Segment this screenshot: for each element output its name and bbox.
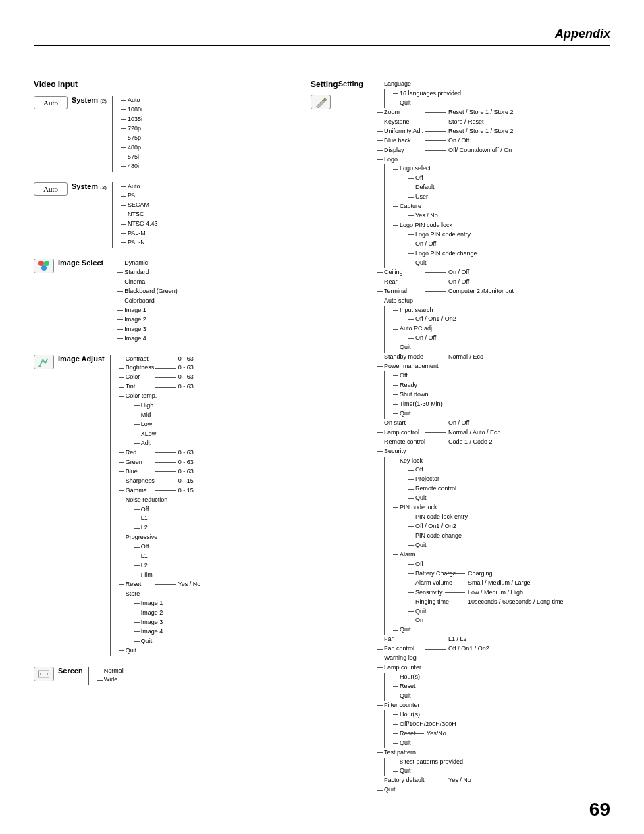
- tree-item: Input search Off / On1 / On2: [393, 306, 564, 325]
- tree-item: L2: [134, 523, 201, 533]
- tree-item: On / Off: [408, 334, 564, 343]
- tree-item: Image 2: [134, 608, 201, 618]
- system3-label: System (3): [72, 182, 107, 190]
- screen-tree: Normal Wide: [88, 667, 124, 685]
- tree-item: Logo PIN code lock Logo PIN code entry O…: [393, 221, 564, 268]
- tree-item: Logo select Off Default User: [393, 164, 564, 202]
- tree-item: Quit: [393, 692, 564, 701]
- tree-item: ResetYes/No: [393, 729, 564, 739]
- tree-item: Sharpness0 - 15: [119, 477, 201, 486]
- tree-item: Shut down: [393, 390, 564, 400]
- tree-item: Off: [408, 174, 564, 183]
- image-select-label: Image Select: [58, 259, 103, 267]
- tree-item: L1: [134, 514, 201, 523]
- tree-item: Uniformity Adj.Reset / Store 1 / Store 2: [377, 127, 564, 136]
- video-input-title: Video Input: [34, 80, 297, 89]
- tree-item: Quit: [377, 785, 564, 795]
- tree-item: Gamma0 - 15: [119, 486, 201, 496]
- tree-item: Quit: [393, 766, 564, 776]
- tree-item: RearOn / Off: [377, 278, 564, 287]
- auto-icon: Auto: [34, 96, 68, 109]
- tree-item: Image 1: [117, 306, 178, 315]
- tree-item: Security Key lock Off Projector Remote c…: [377, 447, 564, 635]
- tree-item: Factory defaultYes / No: [377, 776, 564, 785]
- tree-item: 575p: [121, 134, 142, 143]
- tree-item: 8 test patterns provided: [393, 758, 564, 767]
- tree-item: Quit: [408, 494, 564, 503]
- tree-item: On startOn / Off: [377, 419, 564, 428]
- tree-item: Color temp. High Mid Low XLow Adj.: [119, 392, 201, 448]
- tree-item: Ringing time10seconds / 60seconds / Long…: [408, 598, 564, 607]
- tree-item: Battery ChargeCharging: [408, 569, 564, 579]
- tree-item: Auto: [121, 96, 142, 105]
- header-title: Appendix: [34, 27, 610, 46]
- image-select-tree: Dynamic Standard Cinema Blackboard (Gree…: [109, 259, 178, 343]
- tree-item: Power management Off Ready Shut down Tim…: [377, 362, 564, 419]
- system2-label: System (2): [72, 96, 107, 104]
- tree-item: Alarm Off Battery ChargeCharging Alarm v…: [393, 550, 564, 626]
- tree-item: Colorboard: [117, 296, 178, 306]
- tree-item: PIN code lock PIN code lock entry Off / …: [393, 503, 564, 550]
- tree-item: Remote control: [408, 484, 564, 494]
- tree-item: Auto setup Input search Off / On1 / On2 …: [377, 296, 564, 353]
- tree-item: FanL1 / L2: [377, 635, 564, 644]
- tree-item: 480i: [121, 162, 142, 172]
- tree-item: Off / On1 / On2: [408, 522, 564, 531]
- tree-item: Image 3: [134, 618, 201, 627]
- system3-tree: Auto PAL SECAM NTSC NTSC 4.43 PAL-M PAL-…: [112, 182, 158, 249]
- tree-item: Lamp controlNormal / Auto / Eco: [377, 428, 564, 438]
- tree-item: Filter counter Hour(s) Off/100H/200H/300…: [377, 701, 564, 748]
- tree-item: Default: [408, 183, 564, 192]
- setting-tree: Language 16 languages provided. Quit Zoo…: [369, 80, 564, 795]
- screen-icon: [34, 667, 54, 681]
- tree-item: Image 1: [134, 599, 201, 608]
- tree-item: Low: [134, 420, 201, 429]
- tree-item: Red0 - 63: [119, 448, 201, 458]
- tree-item: Cinema: [117, 278, 178, 287]
- tree-item: User: [408, 192, 564, 202]
- tree-item: Remote controlCode 1 / Code 2: [377, 438, 564, 447]
- tree-item: Off: [408, 560, 564, 569]
- tree-item: PIN code lock entry: [408, 513, 564, 522]
- tree-item: Projector: [408, 475, 564, 484]
- tree-item: Quit: [393, 343, 564, 353]
- tree-item: Fan controlOff / On1 / On2: [377, 644, 564, 654]
- image-select-row: Image Select Dynamic Standard Cinema Bla…: [34, 259, 297, 343]
- tree-item: Language 16 languages provided. Quit: [377, 80, 564, 108]
- setting-title: Setting: [311, 80, 338, 89]
- tree-item: Off/100H/200H/300H: [393, 720, 564, 729]
- tree-item: 1035i: [121, 115, 142, 124]
- image-adjust-label: Image Adjust: [58, 355, 105, 363]
- tree-item: 1080i: [121, 105, 142, 115]
- system2-row: Auto System (2) Auto 1080i 1035i 720p 57…: [34, 96, 297, 172]
- tree-item: L1: [134, 552, 201, 561]
- tree-item: Image 4: [117, 334, 178, 344]
- tree-item: SensitivityLow / Medium / High: [408, 588, 564, 598]
- tree-item: On: [408, 616, 564, 625]
- tree-item: Progressive Off L1 L2 Film: [119, 533, 201, 580]
- screen-label: Screen: [58, 667, 83, 675]
- tree-item: Off: [393, 371, 564, 381]
- tree-item: 720p: [121, 124, 142, 134]
- tree-item: Hour(s): [393, 673, 564, 682]
- svg-point-0: [38, 365, 41, 367]
- tree-item: Quit: [393, 409, 564, 419]
- tree-item: Key lock Off Projector Remote control Qu…: [393, 457, 564, 504]
- tree-item: CeilingOn / Off: [377, 268, 564, 278]
- tree-item: PIN code change: [408, 531, 564, 541]
- tree-item: Yes / No: [408, 211, 564, 221]
- tree-item: Color0 - 63: [119, 373, 201, 382]
- tree-item: Dynamic: [117, 259, 178, 268]
- tree-item: Quit: [408, 607, 564, 617]
- tree-item: PAL: [121, 191, 158, 201]
- screen-row: Screen Normal Wide: [34, 667, 297, 685]
- system2-tree: Auto 1080i 1035i 720p 575p 480p 575i 480…: [112, 96, 142, 172]
- tree-item: Reset: [393, 682, 564, 692]
- tree-item: Image 2: [117, 315, 178, 325]
- tree-item: Quit: [408, 541, 564, 550]
- tree-item: Contrast0 - 63: [119, 355, 201, 364]
- tree-item: Quit: [393, 99, 564, 108]
- tree-item: Ready: [393, 381, 564, 390]
- setting-row: Setting Setting Language 16 languages pr…: [311, 80, 610, 795]
- tree-item: On / Off: [408, 240, 564, 249]
